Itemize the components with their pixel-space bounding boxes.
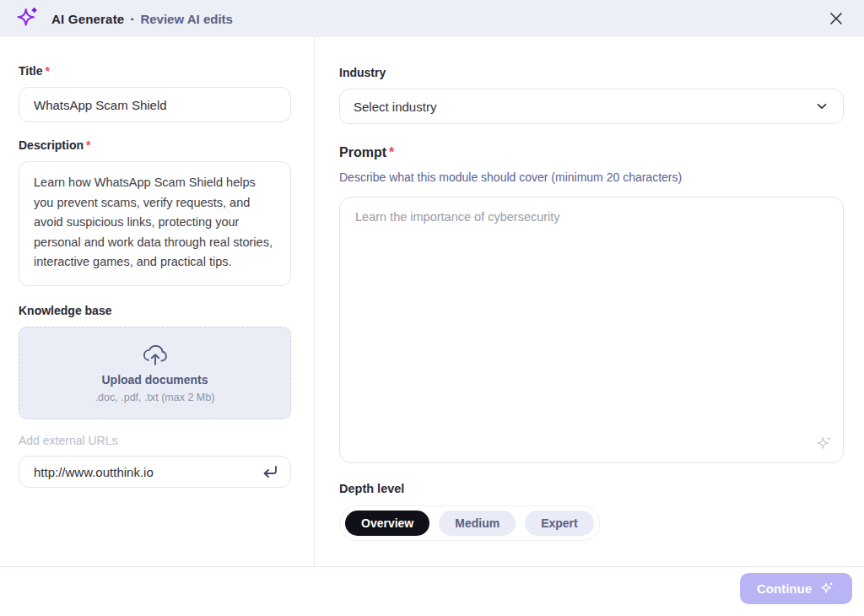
external-url-input[interactable] <box>19 456 291 488</box>
prompt-hint: Describe what this module should cover (… <box>339 170 844 184</box>
left-panel: Title* Description* Learn how WhatsApp S… <box>0 37 315 566</box>
upload-documents-label: Upload documents <box>101 373 208 386</box>
required-asterisk: * <box>389 145 394 159</box>
upload-filetypes-hint: .doc, .pdf, .txt (max 2 Mb) <box>95 392 215 403</box>
enter-key-icon[interactable] <box>261 462 279 481</box>
depth-level-label: Depth level <box>339 482 844 495</box>
ai-sparkle-icon <box>819 581 835 597</box>
modal-header: AI Generate · Review AI edits <box>0 0 864 37</box>
chevron-down-icon <box>814 99 829 114</box>
required-asterisk: * <box>86 138 90 152</box>
right-panel: Industry Select industry Prompt* Describ… <box>315 37 864 566</box>
title-label: Title* <box>19 64 291 78</box>
title-input[interactable] <box>19 87 291 122</box>
depth-option-medium[interactable]: Medium <box>439 511 516 536</box>
prompt-label: Prompt* <box>339 145 844 160</box>
description-label: Description* <box>19 138 291 152</box>
depth-option-expert[interactable]: Expert <box>525 511 594 536</box>
knowledge-base-label: Knowledge base <box>19 304 291 317</box>
close-button[interactable] <box>824 6 849 31</box>
description-textarea[interactable]: Learn how WhatsApp Scam Shield helps you… <box>19 161 291 286</box>
modal-subtitle: Review AI edits <box>140 12 232 26</box>
modal-footer: Continue <box>0 566 864 616</box>
close-icon <box>828 10 845 27</box>
upload-documents-dropzone[interactable]: Upload documents .doc, .pdf, .txt (max 2… <box>19 327 291 419</box>
external-urls-label: Add external URLs <box>19 434 291 447</box>
continue-label: Continue <box>757 581 812 596</box>
ai-sparkle-icon <box>15 6 40 31</box>
modal-title: AI Generate <box>51 12 124 26</box>
industry-selected-value: Select industry <box>354 100 436 114</box>
ai-generate-modal: AI Generate · Review AI edits Title* Des… <box>0 0 864 616</box>
title-separator: · <box>130 12 134 26</box>
prompt-field <box>339 197 844 463</box>
modal-body: Title* Description* Learn how WhatsApp S… <box>0 37 864 566</box>
external-url-field <box>19 456 291 488</box>
depth-option-overview[interactable]: Overview <box>345 511 429 536</box>
depth-level-segmented-control: Overview Medium Expert <box>339 505 600 541</box>
prompt-textarea[interactable] <box>339 197 844 463</box>
required-asterisk: * <box>46 64 50 78</box>
cloud-upload-icon <box>141 343 170 368</box>
industry-select[interactable]: Select industry <box>339 89 844 124</box>
industry-label: Industry <box>339 66 844 79</box>
continue-button[interactable]: Continue <box>740 573 852 604</box>
